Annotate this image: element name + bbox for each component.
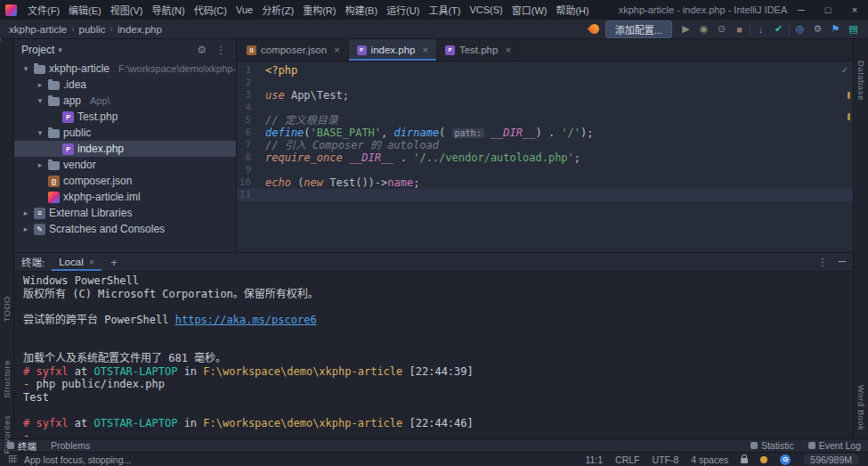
more-options-icon[interactable]: ⋮ — [817, 256, 828, 268]
line-number: 7 — [237, 139, 265, 151]
code-token: 'BASE_PATH' — [311, 127, 381, 139]
tree-item-index-php[interactable]: Pindex.php — [14, 141, 236, 157]
menu-item-1[interactable]: 编辑(E) — [64, 1, 106, 19]
code-line-11: 11 — [237, 189, 853, 201]
inspection-ok-icon[interactable]: ✓ — [841, 64, 848, 76]
close-icon[interactable]: × — [334, 45, 339, 55]
play-icon[interactable]: ▶ — [678, 21, 694, 37]
new-terminal-tab-button[interactable]: + — [101, 256, 126, 269]
menu-item-12[interactable]: 窗口(W) — [507, 1, 552, 19]
caret-position[interactable]: 11:1 — [585, 454, 603, 465]
tree-item-composer-json[interactable]: {}composer.json — [14, 173, 236, 189]
indent-indicator[interactable]: 4 spaces — [691, 454, 728, 465]
right-stripe-database[interactable]: Database — [856, 61, 866, 101]
tool-window-options-icon[interactable]: ⚙ — [194, 44, 209, 56]
code-token: define — [265, 127, 304, 139]
tree-item-label: public — [63, 127, 91, 139]
tree-item-test-php[interactable]: PTest.php — [14, 109, 236, 125]
stop-icon[interactable]: ■ — [732, 21, 747, 37]
close-button[interactable]: × — [841, 0, 868, 20]
left-stripe-todo[interactable]: TODO — [2, 296, 12, 322]
settings-icon[interactable]: ⚙ — [810, 21, 825, 37]
menu-item-6[interactable]: 分析(Z) — [257, 1, 298, 19]
code-text: <?php — [265, 64, 297, 77]
scrollbar-warning-mark[interactable] — [848, 113, 850, 120]
tree-item-external-libraries[interactable]: ▸≡External Libraries — [14, 205, 236, 221]
encoding-indicator[interactable]: UTF-8 — [653, 454, 679, 465]
menu-item-8[interactable]: 构建(B) — [340, 1, 382, 19]
menu-item-10[interactable]: 工具(T) — [424, 1, 465, 19]
code-token: // 定义根目录 — [265, 114, 338, 127]
tool-window-button-label: 终端 — [18, 439, 37, 453]
menu-item-4[interactable]: 代码(C) — [190, 1, 231, 19]
chevron-right-icon[interactable]: ▸ — [36, 160, 45, 169]
project-panel-header: Project ▾ ⚙ ⋮ — [14, 39, 236, 61]
tree-item-scratches-and-consoles[interactable]: ▸✎Scratches and Consoles — [14, 221, 236, 237]
project-view-selector[interactable]: Project — [21, 44, 54, 56]
g-plugin-badge[interactable]: G — [780, 454, 791, 465]
tree-item-vendor[interactable]: ▸vendor — [14, 157, 236, 173]
tree-item-xkphp-article[interactable]: ▾xkphp-articleF:\workspace\demo\xkphp-ar… — [14, 61, 236, 77]
add-configuration-button[interactable]: 添加配置... — [605, 20, 672, 38]
menu-item-7[interactable]: 重构(R) — [298, 1, 340, 19]
terminal-tab-local[interactable]: Local × — [52, 253, 101, 271]
close-icon[interactable]: × — [422, 45, 427, 55]
tree-item-xkphp-article-iml[interactable]: xkphp-article.iml — [14, 189, 236, 205]
notification-icon[interactable] — [760, 456, 767, 463]
editor-tab-test-php[interactable]: PTest.php× — [437, 39, 520, 61]
right-stripe-word-book[interactable]: Word Book — [856, 385, 866, 430]
minimize-button[interactable]: ─ — [788, 0, 815, 20]
left-stripe-structure[interactable]: Structure — [2, 360, 12, 398]
minimize-tool-window-icon[interactable]: ─ — [839, 256, 846, 268]
layout-icon[interactable]: ▤ — [846, 21, 861, 37]
chevron-right-icon[interactable]: ▸ — [21, 225, 30, 233]
profiler-icon[interactable]: ⊙ — [714, 21, 729, 37]
chevron-down-icon[interactable]: ▾ — [21, 64, 30, 73]
menu-item-11[interactable]: VCS(S) — [465, 3, 507, 17]
close-icon[interactable]: × — [505, 45, 510, 55]
bookmark-icon[interactable]: ⚑ — [828, 21, 843, 37]
tool-window-button-problems[interactable]: Problems — [51, 440, 90, 451]
breadcrumb-item-xkphp-article[interactable]: xkphp-article — [7, 24, 69, 35]
left-stripe-favorites[interactable]: Favorites — [2, 415, 12, 454]
breadcrumb-item-index-php[interactable]: index.php — [116, 24, 164, 35]
menu-item-3[interactable]: 导航(N) — [147, 1, 189, 19]
debug-icon[interactable]: ◉ — [696, 21, 711, 37]
scrollbar-warning-mark[interactable] — [848, 92, 850, 99]
tree-item-public[interactable]: ▾public — [14, 125, 236, 141]
editor-tab-index-php[interactable]: Pindex.php× — [349, 39, 437, 61]
terminal-output[interactable]: Windows PowerShell版权所有 (C) Microsoft Cor… — [14, 272, 853, 438]
chevron-down-icon[interactable]: ▾ — [36, 128, 45, 137]
terminal-link[interactable]: https://aka.ms/pscore6 — [175, 314, 317, 326]
chevron-down-icon[interactable]: ▾ — [36, 96, 45, 105]
scratch-icon: ✎ — [34, 224, 45, 235]
tree-item-label: composer.json — [63, 175, 132, 187]
hide-tool-window-icon[interactable]: ⋮ — [213, 44, 229, 56]
chevron-right-icon[interactable]: ▸ — [36, 80, 45, 89]
memory-indicator[interactable]: 596/989M — [803, 454, 859, 465]
menu-item-0[interactable]: 文件(F) — [23, 1, 64, 19]
editor-tab-composer-json[interactable]: {}composer.json× — [239, 39, 349, 61]
close-icon[interactable]: × — [89, 257, 94, 267]
tool-window-button-event-log[interactable]: Event Log — [808, 440, 861, 451]
lock-icon[interactable] — [741, 458, 748, 463]
breadcrumb: xkphp-article›public›index.php — [7, 24, 164, 35]
status-bar: App lost focus, stopping... 11:1 CRLF UT… — [0, 452, 868, 466]
chevron-right-icon[interactable]: ▸ — [21, 208, 30, 217]
maximize-button[interactable]: □ — [815, 0, 841, 20]
menu-item-2[interactable]: 视图(V) — [106, 1, 148, 19]
run-anything-icon[interactable] — [588, 22, 602, 37]
menu-item-9[interactable]: 运行(U) — [382, 1, 424, 19]
tree-item-app[interactable]: ▾appApp\ — [14, 93, 236, 109]
search-everywhere-icon[interactable]: ◎ — [792, 21, 807, 37]
tool-window-button-statistic[interactable]: Statistic — [750, 440, 794, 451]
tool-window-switcher-icon[interactable] — [9, 455, 17, 463]
line-ending-indicator[interactable]: CRLF — [615, 454, 639, 465]
menu-item-5[interactable]: Vue — [231, 3, 257, 17]
vcs-update-icon[interactable]: ↓ — [753, 21, 768, 37]
tree-item--idea[interactable]: ▸.idea — [14, 77, 236, 93]
menu-item-13[interactable]: 帮助(H) — [551, 1, 593, 19]
code-editor[interactable]: ✓ 1<?php23use App\Test;45// 定义根目录6define… — [237, 61, 853, 252]
vcs-commit-icon[interactable]: ✔ — [771, 21, 786, 37]
breadcrumb-item-public[interactable]: public — [77, 24, 108, 35]
